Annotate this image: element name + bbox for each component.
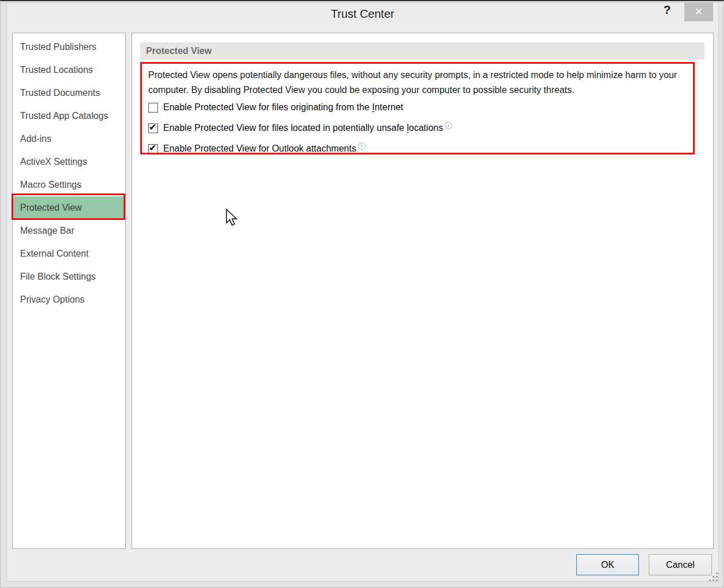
label-text: utlook attachments xyxy=(279,144,356,153)
sidebar: Trusted Publishers Trusted Locations Tru… xyxy=(12,33,126,549)
close-button[interactable]: ✕ xyxy=(684,2,713,21)
info-icon[interactable]: i xyxy=(358,142,365,150)
internet-checkbox[interactable]: ✔ xyxy=(148,103,158,113)
dialog-title: Trust Center xyxy=(1,7,724,21)
close-icon: ✕ xyxy=(695,6,703,18)
unsafe-locations-checkbox-label[interactable]: Enable Protected View for files located … xyxy=(163,123,452,133)
label-text: nternet xyxy=(375,102,403,112)
sidebar-item-trusted-documents[interactable]: Trusted Documents xyxy=(13,82,125,105)
description-text: Protected View opens potentially dangero… xyxy=(148,68,693,97)
internet-checkbox-label[interactable]: Enable Protected View for files originat… xyxy=(163,102,403,113)
cancel-button[interactable]: Cancel xyxy=(649,554,712,575)
resize-grip[interactable] xyxy=(709,572,711,574)
trust-center-dialog: Trust Center ? ✕ Trusted Publishers Trus… xyxy=(0,0,724,588)
label-text: Enable Protected View for files originat… xyxy=(163,102,372,112)
sidebar-item-trusted-locations[interactable]: Trusted Locations xyxy=(13,59,125,82)
sidebar-item-activex-settings[interactable]: ActiveX Settings xyxy=(13,150,125,173)
label-text: Enable Protected View for xyxy=(163,144,272,153)
unsafe-locations-checkbox[interactable]: ✔ xyxy=(148,123,158,133)
label-text: Enable Protected View for files located … xyxy=(163,123,407,133)
accelerator-letter: O xyxy=(272,144,279,153)
info-icon[interactable]: i xyxy=(445,122,452,129)
section-header: Protected View xyxy=(140,42,704,60)
label-text: ocations xyxy=(409,123,444,133)
outlook-attachments-checkbox[interactable]: ✔ xyxy=(148,144,158,154)
checkbox-row-internet: ✔ Enable Protected View for files origin… xyxy=(148,100,403,115)
sidebar-item-trusted-app-catalogs[interactable]: Trusted App Catalogs xyxy=(13,105,125,127)
sidebar-item-external-content[interactable]: External Content xyxy=(13,242,125,265)
outlook-attachments-checkbox-label[interactable]: Enable Protected View for Outlook attach… xyxy=(163,144,365,154)
sidebar-item-macro-settings[interactable]: Macro Settings xyxy=(13,173,125,196)
checkbox-row-outlook-attachments: ✔ Enable Protected View for Outlook atta… xyxy=(148,141,365,156)
sidebar-item-protected-view[interactable]: Protected View xyxy=(13,196,125,219)
checkmark-icon: ✔ xyxy=(149,142,156,153)
sidebar-item-message-bar[interactable]: Message Bar xyxy=(13,219,125,242)
checkbox-row-unsafe-locations: ✔ Enable Protected View for files locate… xyxy=(148,121,452,136)
sidebar-item-trusted-publishers[interactable]: Trusted Publishers xyxy=(13,36,125,59)
section-title: Protected View xyxy=(146,46,211,56)
checkmark-icon: ✔ xyxy=(149,122,156,133)
help-icon[interactable]: ? xyxy=(659,3,675,20)
sidebar-item-add-ins[interactable]: Add-ins xyxy=(13,127,125,150)
ok-button[interactable]: OK xyxy=(576,554,639,575)
sidebar-item-privacy-options[interactable]: Privacy Options xyxy=(13,288,125,311)
sidebar-item-file-block-settings[interactable]: File Block Settings xyxy=(13,265,125,288)
